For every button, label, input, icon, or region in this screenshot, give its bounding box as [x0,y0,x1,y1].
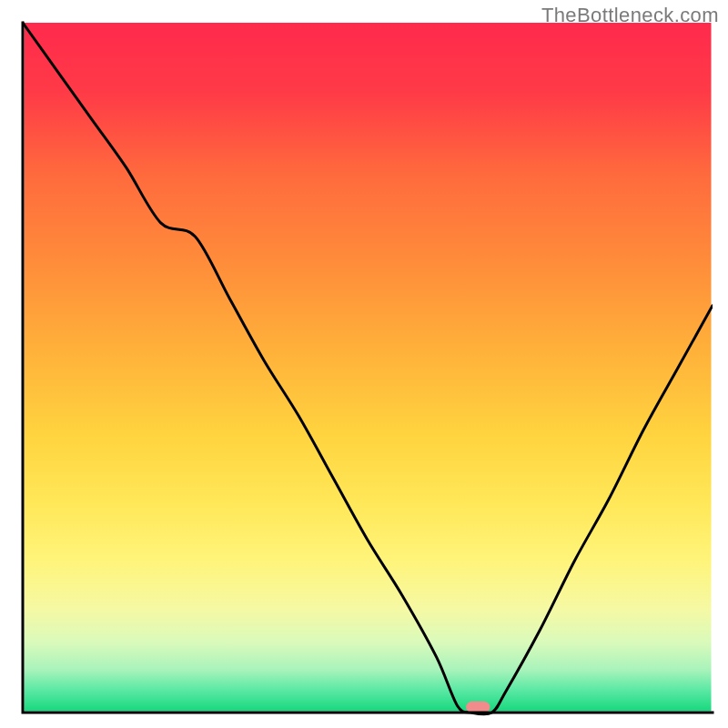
chart-container: TheBottleneck.com [0,0,728,728]
gradient-background [25,23,712,712]
watermark-text: TheBottleneck.com [541,4,719,27]
optimum-marker [466,702,490,713]
bottleneck-chart [0,0,728,728]
